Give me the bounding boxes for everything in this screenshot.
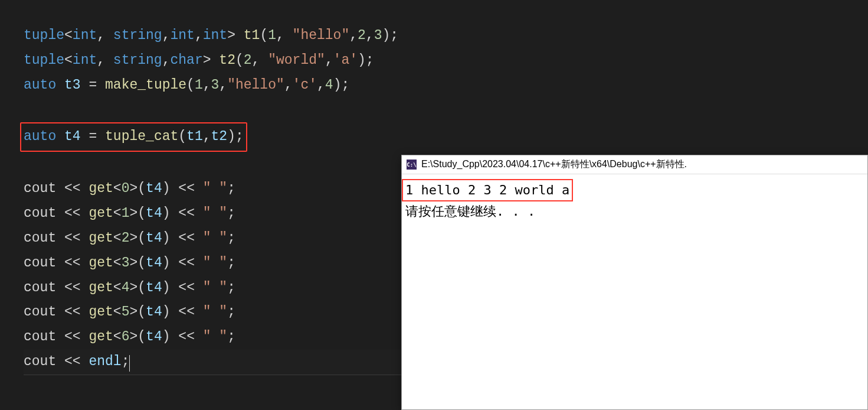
- console-icon: C:\: [407, 160, 417, 170]
- highlight-box-output: 1 hello 2 3 2 world a: [402, 179, 573, 201]
- highlight-box-tuple-cat: auto t4 = tuple_cat(t1,t2);: [20, 122, 247, 152]
- code-line-1[interactable]: tuple<int, string,int,int> t1(1, "hello"…: [24, 24, 868, 48]
- blank-line[interactable]: [24, 98, 868, 123]
- code-line-2[interactable]: tuple<int, string,char> t2(2, "world",'a…: [24, 48, 868, 73]
- window-title: E:\Study_Cpp\2023.04\04.17\c++新特性\x64\De…: [421, 158, 687, 171]
- code-line-3[interactable]: auto t3 = make_tuple(1,3,"hello",'c',4);: [24, 73, 868, 98]
- console-window[interactable]: C:\ E:\Study_Cpp\2023.04\04.17\c++新特性\x6…: [401, 155, 868, 410]
- code-line-4[interactable]: auto t4 = tuple_cat(t1,t2);: [24, 122, 868, 152]
- console-prompt: 请按任意键继续. . .: [405, 201, 864, 222]
- console-output[interactable]: 1 hello 2 3 2 world a 请按任意键继续. . .: [402, 174, 867, 226]
- text-cursor: [129, 355, 130, 372]
- title-bar[interactable]: C:\ E:\Study_Cpp\2023.04\04.17\c++新特性\x6…: [402, 155, 867, 174]
